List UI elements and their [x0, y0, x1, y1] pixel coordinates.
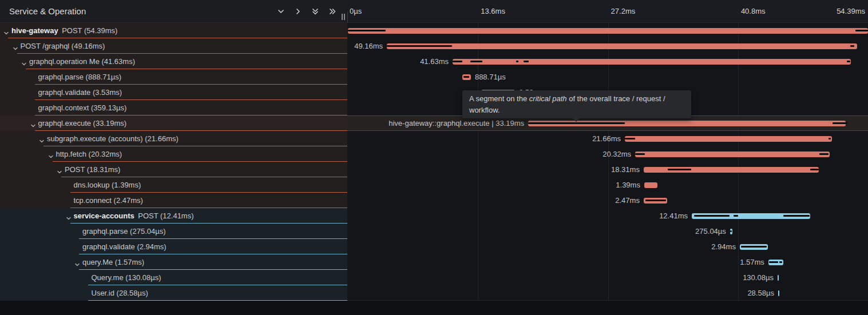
critical-path-segment[interactable]	[625, 138, 635, 139]
timeline-row: 28.58µs	[347, 285, 868, 301]
span-tree-row[interactable]: graphql.parse (275.04µs)	[0, 224, 347, 239]
ruler-tick-label: 27.2ms	[611, 0, 636, 23]
critical-path-segment[interactable]	[524, 61, 529, 62]
span-duration-label: 28.58µs	[747, 285, 774, 301]
collapse-chevron-icon[interactable]	[13, 43, 18, 49]
critical-path-segment[interactable]	[348, 30, 386, 31]
span-tree-row[interactable]: POST /graphql (49.16ms)	[0, 38, 347, 54]
span-duration-bar[interactable]	[644, 182, 657, 188]
chevron-down-icon[interactable]	[276, 7, 286, 16]
span-duration-bar[interactable]	[625, 136, 832, 142]
critical-path-segment[interactable]	[730, 230, 732, 232]
span-duration-bar[interactable]	[740, 244, 768, 250]
span-tree-row[interactable]: dns.lookup (1.39ms)	[0, 177, 347, 193]
span-tree-row[interactable]: graphql.validate (3.53ms)	[0, 85, 347, 100]
collapse-chevron-icon[interactable]	[48, 151, 54, 157]
span-duration-bar[interactable]	[730, 229, 733, 234]
span-tree-row[interactable]: graphql.parse (888.71µs)	[0, 69, 347, 85]
span-duration-bar[interactable]	[644, 198, 667, 204]
collapse-chevron-icon[interactable]	[3, 28, 9, 34]
span-name-label: graphql.operation Me (41.63ms)	[29, 54, 135, 69]
critical-path-segment[interactable]	[741, 246, 767, 248]
span-tree-row[interactable]: query.Me (1.57ms)	[0, 254, 347, 270]
ruler-tick-label: 13.6ms	[481, 0, 505, 23]
timeline-row: 2.94ms	[347, 239, 868, 254]
critical-path-segment[interactable]	[668, 169, 691, 170]
span-tree-row[interactable]: User.id (28.58µs)	[0, 285, 347, 301]
critical-path-segment[interactable]	[463, 76, 470, 78]
span-duration-label: 20.32ms	[603, 146, 631, 162]
critical-path-segment[interactable]	[783, 215, 810, 217]
timeline-row: 18.31ms	[347, 162, 868, 177]
critical-path-segment[interactable]	[850, 45, 854, 47]
collapse-chevron-icon[interactable]	[74, 260, 80, 265]
span-tree-row[interactable]: service-accounts POST (12.41ms)	[0, 208, 347, 224]
critical-path-segment[interactable]	[516, 61, 518, 62]
collapse-chevron-icon[interactable]	[66, 213, 72, 219]
span-name-label: service-accounts POST (12.41ms)	[74, 208, 194, 224]
double-chevron-right-icon[interactable]	[328, 7, 337, 16]
critical-path-segment[interactable]	[387, 45, 452, 47]
chevron-right-icon[interactable]	[294, 7, 303, 16]
span-name-label: graphql.execute (33.19ms)	[38, 115, 127, 131]
critical-path-segment[interactable]	[453, 61, 462, 62]
tree-controls	[276, 0, 337, 23]
collapse-chevron-icon[interactable]	[57, 167, 62, 173]
span-duration-bar[interactable]	[768, 260, 783, 265]
critical-path-segment[interactable]	[779, 261, 782, 263]
critical-path-segment[interactable]	[694, 215, 730, 217]
double-chevron-down-icon[interactable]	[311, 7, 320, 16]
timeline-panel: 0µs13.6ms27.2ms40.8ms54.39ms 49.16ms41.6…	[347, 0, 868, 301]
span-duration-bar[interactable]	[692, 213, 810, 219]
critical-path-segment[interactable]	[819, 153, 829, 155]
span-tree-row[interactable]: POST (18.31ms)	[0, 162, 347, 177]
critical-path-segment[interactable]	[470, 61, 482, 62]
span-tree-row[interactable]: graphql.context (359.13µs)	[0, 100, 347, 115]
span-name-label: POST (18.31ms)	[65, 162, 120, 177]
critical-path-segment[interactable]	[635, 153, 645, 155]
span-duration-bar[interactable]	[462, 74, 471, 80]
timeline-row: 888.71µs	[347, 69, 868, 85]
collapse-chevron-icon[interactable]	[39, 136, 45, 142]
service-operation-panel: Service & Operation hive-gateway POST (5…	[0, 0, 347, 301]
span-duration-bar[interactable]	[778, 290, 780, 296]
span-tree-row[interactable]: graphql.validate (2.94ms)	[0, 239, 347, 254]
critical-path-segment[interactable]	[833, 122, 847, 124]
span-tree-row[interactable]: hive-gateway POST (54.39ms)	[0, 23, 347, 38]
span-duration-bar[interactable]	[644, 167, 819, 173]
span-duration-bar[interactable]	[348, 28, 868, 34]
ruler-tick-label: 54.39ms	[837, 0, 865, 23]
span-duration-bar[interactable]	[778, 275, 779, 281]
critical-path-segment[interactable]	[810, 169, 819, 170]
collapse-chevron-icon[interactable]	[30, 121, 36, 126]
span-name-label: query.Me (1.57ms)	[82, 254, 144, 270]
timeline-row	[347, 23, 868, 38]
timeline-row: 275.04µs	[347, 224, 868, 239]
critical-path-segment[interactable]	[847, 61, 850, 62]
span-name-label: graphql.parse (888.71µs)	[38, 69, 122, 85]
critical-path-segment[interactable]	[734, 215, 738, 217]
span-duration-bar[interactable]	[635, 151, 830, 157]
critical-path-segment[interactable]	[855, 30, 868, 31]
span-tree-row[interactable]: Query.me (130.08µs)	[0, 270, 347, 285]
timeline-row: 12.41ms	[347, 208, 868, 224]
span-tree-row[interactable]: graphql.execute (33.19ms)	[0, 115, 347, 131]
panel-resize-grip-icon[interactable]	[341, 14, 346, 20]
span-tree-row[interactable]: subgraph.execute (accounts) (21.66ms)	[0, 131, 347, 146]
span-tree-row[interactable]: http.fetch (20.32ms)	[0, 146, 347, 162]
collapse-chevron-icon[interactable]	[21, 59, 27, 65]
span-duration-label: 1.39ms	[616, 177, 640, 193]
ruler-tick-label: 40.8ms	[741, 0, 766, 23]
critical-path-segment[interactable]	[829, 138, 831, 139]
critical-path-segment[interactable]	[528, 122, 625, 124]
span-name-label: http.fetch (20.32ms)	[56, 146, 122, 162]
span-tree-row[interactable]: graphql.operation Me (41.63ms)	[0, 54, 347, 69]
span-duration-label: 41.63ms	[420, 54, 449, 69]
timeline-row: 49.16ms	[347, 38, 868, 54]
span-duration-bar[interactable]	[453, 59, 851, 65]
critical-path-segment[interactable]	[769, 261, 778, 263]
critical-path-segment[interactable]	[645, 200, 666, 201]
span-duration-bar[interactable]	[387, 43, 857, 49]
span-tree-row[interactable]: tcp.connect (2.47ms)	[0, 193, 347, 208]
service-operation-title: Service & Operation	[9, 0, 86, 23]
